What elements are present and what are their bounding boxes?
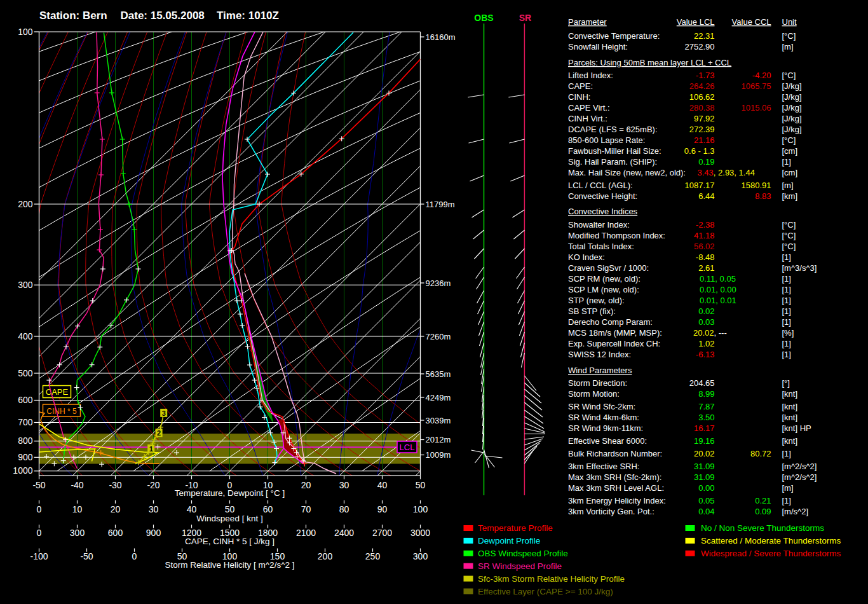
svg-text:0.01, 0.01: 0.01, 0.01 <box>700 296 736 305</box>
svg-text:Sfc-3km Storm Relative Helicit: Sfc-3km Storm Relative Helicity Profile <box>478 574 625 584</box>
svg-text:Effective Shear 6000:: Effective Shear 6000: <box>568 436 647 446</box>
svg-text:20.02: 20.02 <box>694 449 715 458</box>
svg-text:Widespread / Severe Thundersto: Widespread / Severe Thunderstorms <box>701 549 841 558</box>
svg-text:[cm]: [cm] <box>782 146 798 156</box>
svg-text:CAPE Virt.:: CAPE Virt.: <box>568 103 610 113</box>
svg-text:-30: -30 <box>109 480 121 490</box>
svg-text:Dewpoint Profile: Dewpoint Profile <box>478 536 540 546</box>
svg-text:7.87: 7.87 <box>698 402 714 411</box>
svg-text:[J/kg]: [J/kg] <box>782 125 802 134</box>
svg-text:280.38: 280.38 <box>689 103 715 113</box>
svg-text:600: 600 <box>108 528 123 538</box>
svg-text:3: 3 <box>162 409 166 417</box>
svg-text:20.02, ---: 20.02, --- <box>693 328 727 338</box>
svg-text:KO Index:: KO Index: <box>568 252 605 262</box>
svg-text:-50: -50 <box>80 551 93 561</box>
svg-text:19.16: 19.16 <box>694 436 715 446</box>
svg-text:-6.13: -6.13 <box>696 350 715 359</box>
svg-text:16160m: 16160m <box>426 32 456 42</box>
svg-text:[km]: [km] <box>782 191 798 201</box>
svg-text:LCL: LCL <box>400 443 415 452</box>
svg-text:[%]: [%] <box>782 328 794 338</box>
svg-text:2100: 2100 <box>296 528 316 538</box>
svg-text:[°C]: [°C] <box>782 71 796 80</box>
svg-text:1065.75: 1065.75 <box>742 81 771 91</box>
svg-text:8.99: 8.99 <box>698 389 714 399</box>
svg-text:CINH Virt.:: CINH Virt.: <box>568 114 607 123</box>
svg-text:80.72: 80.72 <box>750 449 771 458</box>
svg-text:1009m: 1009m <box>426 450 451 460</box>
svg-text:Total Totals Index:: Total Totals Index: <box>568 242 634 251</box>
svg-text:[1]: [1] <box>782 339 791 348</box>
svg-text:800: 800 <box>18 436 33 446</box>
svg-text:10: 10 <box>72 504 83 514</box>
svg-text:[m^3/s^3]: [m^3/s^3] <box>782 263 817 273</box>
svg-text:Storm Direction:: Storm Direction: <box>568 378 627 388</box>
svg-text:SR: SR <box>519 13 531 23</box>
svg-text:1: 1 <box>149 445 153 453</box>
svg-text:80: 80 <box>339 504 349 514</box>
svg-text:CAPE:: CAPE: <box>568 81 593 91</box>
svg-text:[1]: [1] <box>782 449 791 458</box>
svg-text:1087.17: 1087.17 <box>685 181 715 190</box>
svg-text:Windspeed [ knt ]: Windspeed [ knt ] <box>196 514 262 523</box>
svg-text:Unit: Unit <box>782 17 797 27</box>
svg-text:LCL / CCL (AGL):: LCL / CCL (AGL): <box>568 181 633 190</box>
svg-text:CAPE: CAPE <box>46 387 69 397</box>
svg-text:[knt]: [knt] <box>782 413 798 422</box>
svg-text:97.92: 97.92 <box>694 114 715 123</box>
svg-text:MCS 18m/s (MMP, MSP):: MCS 18m/s (MMP, MSP): <box>568 328 662 338</box>
svg-text:2752.90: 2752.90 <box>685 42 715 51</box>
svg-text:0.05: 0.05 <box>698 496 714 505</box>
svg-text:Bulk Richardson Number:: Bulk Richardson Number: <box>568 449 662 458</box>
svg-text:[knt] HP: [knt] HP <box>782 423 811 433</box>
svg-text:1000: 1000 <box>13 465 32 476</box>
svg-text:300: 300 <box>18 280 33 290</box>
svg-text:Snowfall Height:: Snowfall Height: <box>568 42 628 51</box>
svg-text:56.02: 56.02 <box>694 242 715 251</box>
svg-text:Max. Hail Size (new, new2, old: Max. Hail Size (new, new2, old): <box>568 168 686 177</box>
svg-text:[1]: [1] <box>782 350 791 359</box>
svg-text:Craven SigSvr / 1000:: Craven SigSvr / 1000: <box>568 263 649 273</box>
svg-text:30: 30 <box>149 504 159 514</box>
svg-text:0: 0 <box>132 551 137 561</box>
svg-text:300: 300 <box>70 528 85 538</box>
svg-text:3.50: 3.50 <box>698 413 714 422</box>
svg-text:Convective Temperature:: Convective Temperature: <box>568 31 660 41</box>
svg-text:0.6 - 1.3: 0.6 - 1.3 <box>684 146 715 156</box>
svg-text:30: 30 <box>339 480 349 490</box>
svg-text:[1]: [1] <box>782 296 791 305</box>
svg-text:40: 40 <box>377 480 388 490</box>
svg-text:500: 500 <box>18 368 33 378</box>
svg-text:1580.91: 1580.91 <box>742 181 771 190</box>
svg-text:SWISS 12 Index:: SWISS 12 Index: <box>568 350 631 359</box>
svg-text:0.03: 0.03 <box>698 317 714 327</box>
svg-text:1015.06: 1015.06 <box>742 103 771 113</box>
svg-text:0.00: 0.00 <box>698 483 714 493</box>
svg-text:[cm]: [cm] <box>782 168 798 177</box>
svg-text:Max 3km SRH Level AGL:: Max 3km SRH Level AGL: <box>568 483 664 493</box>
svg-text:3.43, 2.93, 1.44: 3.43, 2.93, 1.44 <box>698 168 755 177</box>
svg-text:Effective Layer (CAPE >= 100 J: Effective Layer (CAPE >= 100 J/kg) <box>478 587 613 596</box>
svg-text:[m]: [m] <box>782 181 794 190</box>
svg-text:[°C]: [°C] <box>782 220 796 230</box>
svg-text:-2.38: -2.38 <box>696 220 715 230</box>
svg-text:21.16: 21.16 <box>694 135 715 145</box>
svg-text:OBS Windspeed Profile: OBS Windspeed Profile <box>478 549 568 558</box>
svg-text:Time: 1010Z: Time: 1010Z <box>217 10 279 22</box>
svg-text:200: 200 <box>318 551 333 561</box>
svg-text:STP (new, old):: STP (new, old): <box>568 296 625 305</box>
svg-text:272.39: 272.39 <box>689 125 715 134</box>
svg-text:0.01, 0.00: 0.01, 0.00 <box>700 285 736 294</box>
svg-text:[knt]: [knt] <box>782 389 798 399</box>
svg-text:31.09: 31.09 <box>694 462 715 471</box>
svg-text:[m^2/s^2]: [m^2/s^2] <box>782 472 817 482</box>
svg-text:0.19: 0.19 <box>698 157 714 167</box>
svg-text:Wind Parameters: Wind Parameters <box>568 366 632 375</box>
svg-text:0.11, 0.05: 0.11, 0.05 <box>700 274 736 284</box>
svg-text:No / Non Severe Thunderstorms: No / Non Severe Thunderstorms <box>701 523 824 533</box>
svg-text:250: 250 <box>365 551 381 561</box>
svg-text:SR Wind Sfc-2km:: SR Wind Sfc-2km: <box>568 402 635 411</box>
svg-text:Showalter Index:: Showalter Index: <box>568 220 630 230</box>
svg-text:16.17: 16.17 <box>694 423 715 433</box>
